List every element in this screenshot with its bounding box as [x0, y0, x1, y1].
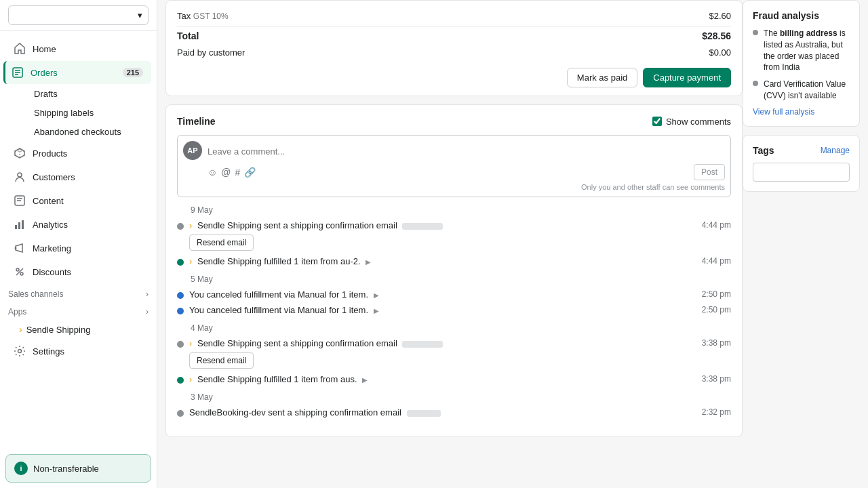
products-label: Products [33, 148, 143, 159]
store-dropdown[interactable]: ▾ [8, 5, 149, 25]
sidebar-item-discounts[interactable]: Discounts [5, 260, 151, 283]
tags-header: Tags Manage [753, 145, 850, 156]
paid-by-row: Paid by customer $0.00 [177, 43, 731, 60]
timeline-time: 3:38 pm [702, 338, 731, 348]
timeline-event-content: › Sendle Shipping fulfilled 1 item from … [189, 256, 731, 266]
timeline-event-content: › Sendle Shipping sent a shipping confir… [189, 220, 731, 251]
timeline-event-content: You canceled fulfillment via Manual for … [189, 289, 731, 300]
settings-label: Settings [33, 346, 143, 357]
timeline-event-text: SendleBooking-dev sent a shipping confir… [189, 407, 696, 418]
date-5may: 5 May [177, 274, 731, 284]
fraud-analysis-card: Fraud analysis The billing address is li… [743, 0, 860, 127]
timeline-event-content: You canceled fulfillment via Manual for … [189, 305, 731, 315]
timeline-event: › Sendle Shipping sent a shipping confir… [177, 338, 731, 369]
customers-label: Customers [33, 172, 143, 182]
timeline-dot-teal [177, 259, 184, 266]
svg-rect-12 [22, 220, 24, 229]
home-icon [14, 43, 26, 55]
sendle-icon-small: › [189, 220, 192, 230]
sidebar-item-products[interactable]: Products [5, 142, 151, 165]
sidebar-item-settings[interactable]: Settings [5, 340, 151, 363]
sidebar-bottom: i Non-transferable [0, 449, 157, 488]
info-icon: i [14, 462, 28, 475]
fraud-item-1: The billing address is listed as Austral… [753, 28, 850, 73]
sidebar-item-content[interactable]: Content [5, 189, 151, 212]
resend-email-button-2[interactable]: Resend email [189, 352, 254, 369]
view-full-analysis-link[interactable]: View full analysis [753, 107, 850, 117]
customers-icon [14, 171, 26, 183]
svg-rect-11 [18, 222, 20, 229]
timeline-event-text: You canceled fulfillment via Manual for … [189, 305, 696, 315]
discounts-label: Discounts [33, 267, 143, 277]
show-comments-label: Show comments [666, 117, 731, 127]
mention-icon[interactable]: @ [221, 167, 231, 178]
sidebar-subitem-sendle[interactable]: › Sendle Shipping [5, 320, 151, 339]
chevron-down-icon: ▾ [138, 10, 142, 20]
sendle-icon-small: › [189, 374, 192, 384]
emoji-icon[interactable]: ☺ [208, 167, 217, 178]
orders-icon [12, 66, 24, 79]
sidebar-subitem-shipping-labels[interactable]: Shipping labels [5, 104, 151, 122]
timeline-event-text: You canceled fulfillment via Manual for … [189, 289, 696, 300]
payment-actions: Mark as paid Capture payment [177, 68, 731, 87]
hash-icon[interactable]: # [235, 167, 241, 178]
date-9may: 9 May [177, 205, 731, 215]
mark-as-paid-button[interactable]: Mark as paid [567, 68, 637, 87]
fraud-text-2: Card Verification Value (CVV) isn't avai… [764, 79, 850, 102]
date-3may: 3 May [177, 392, 731, 402]
capture-payment-button[interactable]: Capture payment [643, 68, 731, 87]
sidebar-item-customers[interactable]: Customers [5, 165, 151, 188]
sidebar-item-marketing[interactable]: Marketing [5, 237, 151, 260]
total-amount: $28.56 [702, 30, 731, 41]
date-4may: 4 May [177, 323, 731, 333]
sidebar-item-home[interactable]: Home [5, 37, 151, 60]
timeline-event-content: › Sendle Shipping fulfilled 1 item from … [189, 374, 731, 384]
sidebar-item-orders[interactable]: Orders 215 [3, 61, 151, 84]
content-area: Tax GST 10% $2.60 Total $28.56 Paid by c… [157, 0, 743, 488]
comment-box: AP ☺ @ # 🔗 Post Only you and other staff… [177, 135, 731, 197]
apps-section[interactable]: Apps › [0, 302, 157, 319]
sendle-icon: › [19, 324, 22, 335]
timeline-dot [177, 341, 184, 348]
non-transferable-badge[interactable]: i Non-transferable [5, 454, 151, 483]
sidebar: ▾ Home Orders 215 Drafts Shipping labels… [0, 0, 157, 488]
timeline-event: › Sendle Shipping fulfilled 1 item from … [177, 374, 731, 384]
link-icon[interactable]: 🔗 [244, 167, 256, 178]
timeline-card: Timeline Show comments AP ☺ @ # 🔗 Post [165, 104, 743, 437]
sidebar-item-analytics[interactable]: Analytics [5, 213, 151, 236]
comment-input[interactable] [208, 141, 725, 161]
chevron-right-icon: ▶ [374, 291, 379, 299]
svg-line-16 [16, 268, 23, 275]
post-button[interactable]: Post [694, 164, 725, 180]
tags-card: Tags Manage [743, 135, 860, 192]
orders-label: Orders [31, 68, 123, 78]
chevron-right-icon: ▶ [366, 258, 371, 266]
sendle-icon-small: › [189, 338, 192, 348]
sidebar-subitem-abandoned-checkouts[interactable]: Abandoned checkouts [5, 123, 151, 141]
timeline-event-text: › Sendle Shipping sent a shipping confir… [189, 338, 696, 348]
paid-by-label: Paid by customer [177, 47, 245, 58]
sendle-icon-small: › [189, 256, 192, 266]
total-label: Total [177, 30, 199, 41]
show-comments-control: Show comments [652, 117, 731, 127]
store-selector[interactable]: ▾ [0, 0, 157, 31]
tags-title: Tags [753, 145, 774, 156]
sales-channels-section[interactable]: Sales channels › [0, 284, 157, 302]
tags-input[interactable] [753, 163, 850, 182]
home-label: Home [33, 44, 143, 54]
paid-by-amount: $0.00 [709, 47, 731, 58]
timeline-time: 4:44 pm [702, 220, 731, 230]
comment-hint: Only you and other staff can see comment… [208, 183, 725, 191]
timeline-time: 2:32 pm [702, 407, 731, 417]
fraud-dot [753, 30, 758, 35]
timeline-dot [177, 223, 184, 230]
resend-email-button-1[interactable]: Resend email [189, 235, 254, 251]
chevron-right-icon: ▶ [362, 376, 368, 384]
sales-channels-chevron-icon: › [146, 289, 149, 299]
sidebar-subitem-drafts[interactable]: Drafts [5, 85, 151, 103]
show-comments-checkbox[interactable] [652, 117, 662, 126]
sidebar-navigation: Home Orders 215 Drafts Shipping labels A… [0, 31, 157, 449]
avatar: AP [183, 141, 202, 160]
manage-tags-link[interactable]: Manage [821, 146, 850, 155]
timeline-event: › Sendle Shipping sent a shipping confir… [177, 220, 731, 251]
